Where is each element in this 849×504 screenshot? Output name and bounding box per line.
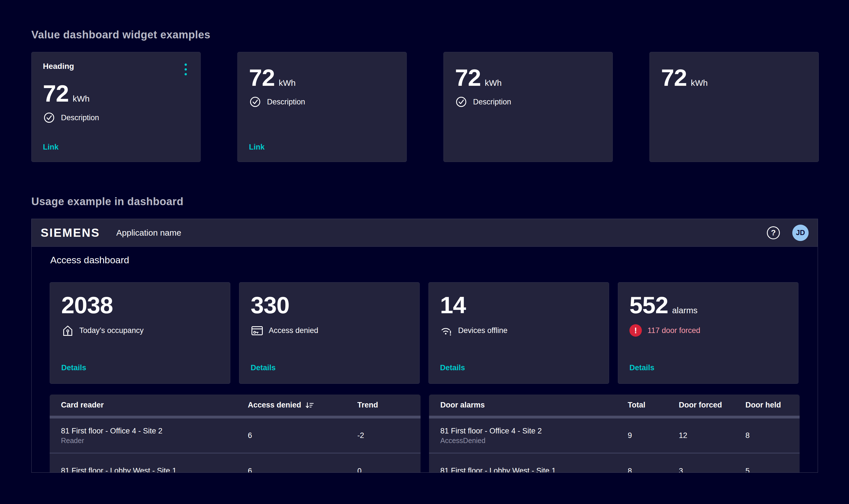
table-header-row: Card reader Access denied Trend bbox=[50, 395, 420, 416]
table-row[interactable]: 81 First floor - Office 4 - Site 2 Acces… bbox=[429, 418, 800, 453]
section-title-usage-example: Usage example in dashboard bbox=[31, 196, 183, 208]
value-widget-card-3: 72 kWh Description bbox=[444, 52, 613, 162]
cell-door-forced: 3 bbox=[679, 467, 745, 473]
siemens-logo: SIEMENS bbox=[41, 226, 100, 239]
stat-value-row: 552 alarms bbox=[629, 293, 787, 317]
column-header-access-denied[interactable]: Access denied bbox=[248, 401, 357, 410]
stat-card-access-denied: 330 Access denied Details bbox=[239, 282, 420, 384]
column-header-card-reader[interactable]: Card reader bbox=[50, 401, 248, 410]
widget-unit: kWh bbox=[691, 78, 708, 88]
stat-card-row: 2038 Today’s occupancy Details 330 Acces… bbox=[50, 282, 798, 384]
row-title: 81 First floor - Lobby West - Site 1 bbox=[440, 466, 628, 473]
application-name: Application name bbox=[116, 228, 181, 238]
widget-value-row: 72 kWh bbox=[661, 66, 807, 89]
stat-unit: alarms bbox=[672, 306, 698, 315]
stat-label: Access denied bbox=[269, 326, 319, 335]
cell-total: 8 bbox=[628, 467, 679, 473]
keycard-icon bbox=[251, 324, 263, 337]
stat-details-link[interactable]: Details bbox=[251, 363, 276, 372]
widget-description-row: Description bbox=[455, 96, 601, 108]
stat-value: 552 bbox=[629, 293, 668, 317]
kebab-menu-icon[interactable] bbox=[182, 62, 189, 77]
cell-door-held: 5 bbox=[745, 467, 800, 473]
widget-description-row: Description bbox=[43, 111, 189, 124]
door-alarms-table: Door alarms Total Door forced Door held … bbox=[429, 395, 800, 473]
stat-value: 2038 bbox=[61, 293, 113, 317]
header-actions: JD bbox=[767, 224, 809, 241]
stat-value-row: 330 bbox=[251, 293, 408, 317]
stat-value-row: 2038 bbox=[61, 293, 219, 317]
widget-unit: kWh bbox=[485, 78, 502, 88]
alarm-exclamation-icon bbox=[629, 324, 642, 337]
cell-access-denied: 6 bbox=[248, 431, 357, 440]
table-header-row: Door alarms Total Door forced Door held bbox=[429, 395, 800, 416]
widget-description: Description bbox=[61, 113, 99, 122]
sort-descending-icon bbox=[305, 401, 314, 410]
table-row[interactable]: 81 First floor - Office 4 - Site 2 Reade… bbox=[50, 418, 420, 453]
stat-value: 14 bbox=[440, 293, 466, 317]
widget-value-row: 72 kWh bbox=[455, 66, 601, 89]
stat-value-row: 14 bbox=[440, 293, 597, 317]
stat-card-alarms: 552 alarms 117 door forced Details bbox=[618, 282, 798, 384]
wifi-offline-icon bbox=[440, 324, 452, 337]
widget-value: 72 bbox=[43, 82, 69, 105]
widget-link[interactable]: Link bbox=[249, 143, 265, 151]
widget-value-row: 72 kWh bbox=[43, 82, 189, 105]
stat-details-link[interactable]: Details bbox=[61, 363, 86, 372]
help-icon[interactable] bbox=[767, 226, 780, 239]
section-title-widget-examples: Value dashboard widget examples bbox=[31, 29, 210, 41]
user-avatar[interactable]: JD bbox=[792, 224, 809, 241]
check-circle-icon bbox=[455, 96, 467, 108]
stat-label-row: Devices offline bbox=[440, 324, 597, 337]
cell-trend: -2 bbox=[357, 431, 420, 440]
stat-card-devices-offline: 14 Devices offline Details bbox=[429, 282, 609, 384]
application-frame: SIEMENS Application name JD Access dashb… bbox=[31, 219, 818, 473]
check-circle-icon bbox=[249, 96, 261, 108]
column-header-door-alarms[interactable]: Door alarms bbox=[429, 401, 628, 410]
table-row[interactable]: 81 First floor - Lobby West - Site 1 8 3… bbox=[429, 453, 800, 473]
cell-total: 9 bbox=[628, 431, 679, 440]
row-subtitle: Reader bbox=[61, 436, 248, 445]
value-widget-card-2: 72 kWh Description Link bbox=[237, 52, 407, 162]
dashboard-tables: Card reader Access denied Trend 81 First… bbox=[50, 395, 800, 473]
row-subtitle: AccessDenied bbox=[440, 436, 628, 445]
value-widget-row: Heading 72 kWh Description Link 72 kWh D… bbox=[31, 52, 819, 162]
stat-label: Devices offline bbox=[458, 326, 507, 335]
card-reader-table: Card reader Access denied Trend 81 First… bbox=[50, 395, 420, 473]
stat-label-row: 117 door forced bbox=[629, 324, 787, 337]
widget-value: 72 bbox=[661, 66, 687, 89]
table-row[interactable]: 81 First floor - Lobby West - Site 1 6 0 bbox=[50, 453, 420, 473]
stat-card-occupancy: 2038 Today’s occupancy Details bbox=[50, 282, 230, 384]
widget-description: Description bbox=[473, 97, 511, 106]
column-header-door-forced[interactable]: Door forced bbox=[679, 401, 745, 410]
stat-details-link[interactable]: Details bbox=[629, 363, 654, 372]
stat-details-link[interactable]: Details bbox=[440, 363, 465, 372]
widget-description: Description bbox=[267, 97, 305, 106]
widget-description-row: Description bbox=[249, 96, 395, 108]
widget-card-header: Heading bbox=[43, 62, 189, 75]
dashboard-title: Access dashboard bbox=[50, 254, 129, 266]
widget-unit: kWh bbox=[278, 78, 295, 88]
row-title: 81 First floor - Office 4 - Site 2 bbox=[61, 427, 248, 436]
stat-label: 117 door forced bbox=[648, 326, 700, 335]
cell-access-denied: 6 bbox=[248, 467, 357, 473]
column-header-trend[interactable]: Trend bbox=[357, 401, 420, 410]
row-title: 81 First floor - Lobby West - Site 1 bbox=[61, 466, 248, 473]
stat-value: 330 bbox=[251, 293, 289, 317]
stat-label-row: Access denied bbox=[251, 324, 408, 337]
check-circle-icon bbox=[43, 111, 55, 124]
cell-door-forced: 12 bbox=[679, 431, 745, 440]
column-header-total[interactable]: Total bbox=[628, 401, 679, 410]
table-header-divider bbox=[429, 416, 800, 418]
column-header-door-held[interactable]: Door held bbox=[745, 401, 800, 410]
occupancy-house-person-icon bbox=[61, 324, 74, 337]
widget-link[interactable]: Link bbox=[43, 143, 59, 151]
application-header-bar: SIEMENS Application name JD bbox=[32, 219, 818, 247]
cell-trend: 0 bbox=[357, 467, 420, 473]
widget-value: 72 bbox=[249, 66, 275, 89]
row-title: 81 First floor - Office 4 - Site 2 bbox=[440, 427, 628, 436]
value-widget-card-1: Heading 72 kWh Description Link bbox=[31, 52, 201, 162]
cell-door-held: 8 bbox=[745, 431, 800, 440]
widget-value-row: 72 kWh bbox=[249, 66, 395, 89]
table-header-divider bbox=[50, 416, 420, 418]
